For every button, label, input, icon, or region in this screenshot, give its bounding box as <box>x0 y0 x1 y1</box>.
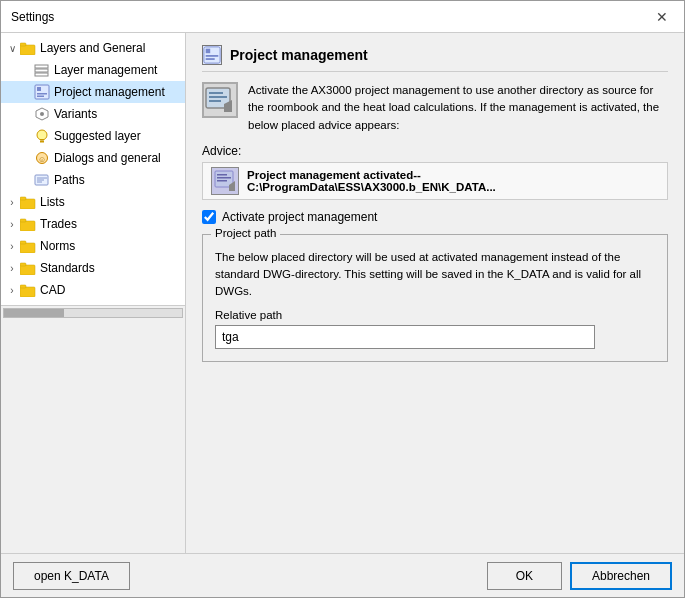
svg-rect-32 <box>206 55 219 57</box>
svg-rect-40 <box>217 174 227 176</box>
svg-rect-31 <box>206 49 211 54</box>
svg-point-10 <box>40 112 44 116</box>
info-icon <box>202 82 238 118</box>
sidebar-item-label: Layer management <box>54 63 157 77</box>
activate-project-management-checkbox[interactable] <box>202 210 216 224</box>
sidebar-item-label: Variants <box>54 107 97 121</box>
activate-checkbox-row[interactable]: Activate project management <box>202 210 668 224</box>
svg-rect-22 <box>20 221 35 231</box>
svg-rect-42 <box>217 180 227 182</box>
open-k-data-button[interactable]: open K_DATA <box>13 562 130 590</box>
svg-rect-37 <box>209 100 221 102</box>
folder-icon <box>19 260 37 276</box>
panel-title-icon <box>202 45 222 65</box>
right-panel: Project management Activate the AX3000 p… <box>186 33 684 553</box>
advice-section: Advice: Project management activated--C:… <box>202 144 668 200</box>
svg-point-11 <box>37 130 47 140</box>
advice-icon <box>211 167 239 195</box>
folder-icon <box>19 238 37 254</box>
svg-rect-20 <box>20 199 35 209</box>
activate-checkbox-label: Activate project management <box>222 210 377 224</box>
sidebar-item-lists[interactable]: › Lists <box>1 191 185 213</box>
svg-rect-0 <box>20 45 35 55</box>
arrow-icon: › <box>5 285 19 296</box>
cancel-button[interactable]: Abbrechen <box>570 562 672 590</box>
footer-right: OK Abbrechen <box>487 562 672 590</box>
relative-path-label: Relative path <box>215 309 655 321</box>
sidebar-item-cad[interactable]: › CAD <box>1 279 185 301</box>
svg-rect-6 <box>37 87 41 91</box>
folder-icon <box>19 216 37 232</box>
group-description: The below placed directory will be used … <box>215 249 655 301</box>
titlebar: Settings ✕ <box>1 1 684 33</box>
svg-rect-29 <box>20 285 26 288</box>
project-path-group: Project path The below placed directory … <box>202 234 668 362</box>
svg-rect-33 <box>206 58 215 60</box>
svg-rect-27 <box>20 263 26 266</box>
sidebar-item-dialogs-general[interactable]: ☺ Dialogs and general <box>1 147 185 169</box>
svg-rect-12 <box>40 139 44 141</box>
svg-rect-24 <box>20 243 35 253</box>
sidebar: ∨ Layers and General <box>1 33 186 305</box>
svg-rect-28 <box>20 287 35 297</box>
sidebar-item-norms[interactable]: › Norms <box>1 235 185 257</box>
svg-rect-8 <box>37 96 44 98</box>
arrow-icon: › <box>5 263 19 274</box>
advice-text: Project management activated--C:\Program… <box>247 169 659 193</box>
footer-left: open K_DATA <box>13 562 130 590</box>
group-box-title: Project path <box>211 227 280 239</box>
svg-rect-2 <box>35 65 48 68</box>
arrow-icon: › <box>5 197 19 208</box>
ok-button[interactable]: OK <box>487 562 562 590</box>
sidebar-item-paths[interactable]: Paths <box>1 169 185 191</box>
sidebar-item-label: Layers and General <box>40 41 145 55</box>
settings-dialog: Settings ✕ ∨ Layers and General <box>0 0 685 598</box>
folder-icon <box>19 282 37 298</box>
panel-title-text: Project management <box>230 47 368 63</box>
relative-path-input[interactable] <box>215 325 595 349</box>
sidebar-item-variants[interactable]: Variants <box>1 103 185 125</box>
svg-rect-4 <box>35 73 48 76</box>
svg-rect-26 <box>20 265 35 275</box>
sidebar-item-layers-general[interactable]: ∨ Layers and General <box>1 37 185 59</box>
info-text: Activate the AX3000 project management t… <box>248 82 668 134</box>
sidebar-item-label: Norms <box>40 239 75 253</box>
svg-rect-36 <box>209 96 227 98</box>
sidebar-item-layer-management[interactable]: Layer management <box>1 59 185 81</box>
info-section: Activate the AX3000 project management t… <box>202 82 668 134</box>
svg-rect-21 <box>20 197 26 200</box>
sidebar-item-standards[interactable]: › Standards <box>1 257 185 279</box>
sidebar-item-suggested-layer[interactable]: Suggested layer <box>1 125 185 147</box>
sidebar-item-label: Suggested layer <box>54 129 141 143</box>
sidebar-item-trades[interactable]: › Trades <box>1 213 185 235</box>
sidebar-item-label: CAD <box>40 283 65 297</box>
sidebar-item-label: Lists <box>40 195 65 209</box>
advice-label: Advice: <box>202 144 668 158</box>
svg-rect-35 <box>209 92 223 94</box>
folder-icon <box>19 40 37 56</box>
scroll-thumb[interactable] <box>4 309 64 317</box>
arrow-icon: › <box>5 241 19 252</box>
sidebar-item-label: Project management <box>54 85 165 99</box>
svg-text:☺: ☺ <box>38 155 46 164</box>
svg-rect-25 <box>20 241 26 244</box>
dialogs-icon: ☺ <box>33 150 51 166</box>
variants-icon <box>33 106 51 122</box>
svg-rect-1 <box>20 43 26 46</box>
svg-rect-23 <box>20 219 26 222</box>
sidebar-item-label: Standards <box>40 261 95 275</box>
footer: open K_DATA OK Abbrechen <box>1 553 684 597</box>
sidebar-item-label: Paths <box>54 173 85 187</box>
scroll-track[interactable] <box>3 308 183 318</box>
svg-rect-7 <box>37 93 47 95</box>
sidebar-item-label: Dialogs and general <box>54 151 161 165</box>
suggested-icon <box>33 128 51 144</box>
sidebar-wrapper: ∨ Layers and General <box>1 33 186 553</box>
sidebar-horizontal-scrollbar[interactable] <box>1 305 185 319</box>
paths-icon <box>33 172 51 188</box>
svg-rect-41 <box>217 177 231 179</box>
layer-icon <box>33 62 51 78</box>
close-button[interactable]: ✕ <box>650 7 674 27</box>
sidebar-item-project-management[interactable]: Project management <box>1 81 185 103</box>
project-icon <box>33 84 51 100</box>
